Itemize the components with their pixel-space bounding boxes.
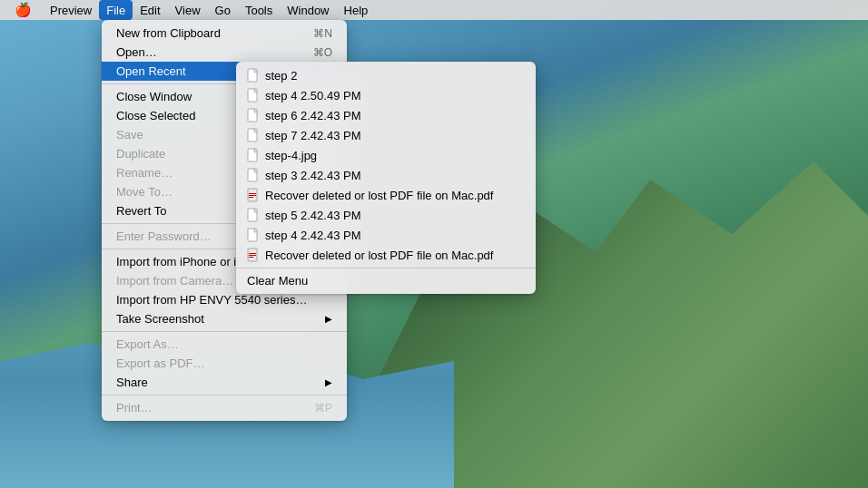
menubar-window[interactable]: Window — [280, 0, 336, 20]
svg-rect-14 — [249, 255, 256, 256]
file-icon-3 — [247, 128, 260, 142]
menu-print: Print… ⌘P — [102, 398, 347, 417]
recent-item-3[interactable]: step 7 2.42.43 PM — [236, 125, 536, 145]
svg-rect-9 — [249, 197, 253, 198]
recent-item-7[interactable]: step 5 2.42.43 PM — [236, 205, 536, 225]
apple-menu[interactable]: 🍎 — [7, 0, 39, 20]
file-icon-2 — [247, 108, 260, 122]
recent-item-9[interactable]: Recover deleted or lost PDF file on Mac.… — [236, 245, 536, 265]
menu-export-as: Export As… — [102, 335, 347, 354]
menu-new-from-clipboard[interactable]: New from Clipboard ⌘N — [102, 24, 347, 43]
menu-open[interactable]: Open… ⌘O — [102, 43, 347, 62]
menu-export-pdf: Export as PDF… — [102, 354, 347, 373]
recent-item-6[interactable]: Recover deleted or lost PDF file on Mac.… — [236, 185, 536, 205]
recent-item-2[interactable]: step 6 2.42.43 PM — [236, 105, 536, 125]
menubar-preview[interactable]: Preview — [43, 0, 99, 20]
svg-rect-7 — [249, 193, 256, 194]
menubar-file[interactable]: File — [99, 0, 133, 20]
svg-rect-8 — [249, 195, 256, 196]
menubar-go[interactable]: Go — [208, 0, 238, 20]
file-icon-4 — [247, 148, 260, 162]
recent-item-1[interactable]: step 4 2.50.49 PM — [236, 85, 536, 105]
file-icon-8 — [247, 228, 260, 242]
recent-item-5[interactable]: step 3 2.42.43 PM — [236, 165, 536, 185]
menubar-view[interactable]: View — [168, 0, 208, 20]
menu-take-screenshot[interactable]: Take Screenshot ▶ — [102, 309, 347, 328]
svg-rect-15 — [249, 257, 253, 258]
recent-item-8[interactable]: step 4 2.42.43 PM — [236, 225, 536, 245]
clear-menu-item[interactable]: Clear Menu — [236, 271, 536, 290]
submenu-separator — [236, 268, 536, 268]
recent-item-0[interactable]: step 2 — [236, 65, 536, 85]
menubar: 🍎 Preview File Edit View Go Tools Window… — [0, 0, 868, 20]
recent-item-4[interactable]: step-4.jpg — [236, 145, 536, 165]
separator-5 — [102, 395, 347, 395]
svg-rect-13 — [249, 253, 256, 254]
open-recent-submenu: step 2 step 4 2.50.49 PM step 6 2.42.43 … — [236, 62, 536, 294]
file-icon-0 — [247, 68, 260, 83]
file-icon-5 — [247, 168, 260, 182]
apple-icon: 🍎 — [15, 2, 32, 18]
file-icon-6 — [247, 188, 260, 202]
menu-share[interactable]: Share ▶ — [102, 373, 347, 392]
file-icon-1 — [247, 88, 260, 102]
file-icon-7 — [247, 208, 260, 222]
file-icon-9 — [247, 248, 260, 262]
menubar-tools[interactable]: Tools — [238, 0, 280, 20]
menubar-edit[interactable]: Edit — [133, 0, 167, 20]
share-arrow: ▶ — [325, 377, 332, 387]
menubar-help[interactable]: Help — [337, 0, 376, 20]
separator-4 — [102, 331, 347, 332]
screenshot-arrow: ▶ — [325, 314, 332, 324]
